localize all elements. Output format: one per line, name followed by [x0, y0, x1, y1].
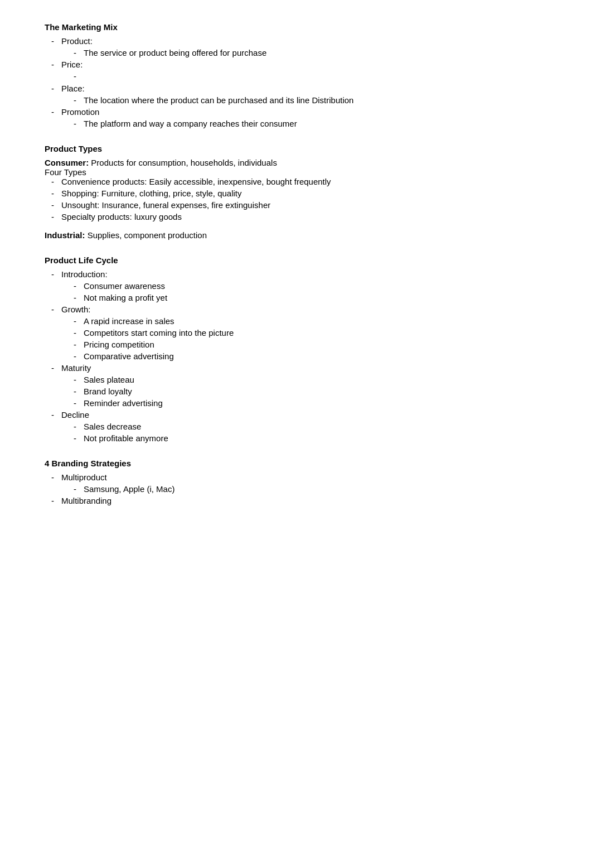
list-item: Comparative advertising: [84, 351, 547, 361]
list-item-growth: Growth: A rapid increase in sales Compet…: [61, 305, 547, 361]
consumer-types-list: Convenience products: Easily accessible,…: [45, 177, 547, 221]
list-item: Unsought: Insurance, funeral expenses, f…: [61, 200, 547, 210]
item-label: Price:: [61, 60, 83, 69]
item-text: Consumer awareness: [84, 281, 165, 291]
sub-list: [61, 71, 547, 81]
item-text: Reminder advertising: [84, 398, 163, 408]
product-life-cycle-title: Product Life Cycle: [45, 255, 547, 265]
item-text: Competitors start coming into the pictur…: [84, 328, 234, 337]
sub-list: The location where the product can be pu…: [61, 95, 547, 105]
list-item: The platform and way a company reaches t…: [84, 119, 547, 128]
list-item: The location where the product can be pu…: [84, 95, 547, 105]
item-label: Place:: [61, 84, 85, 93]
sub-list: A rapid increase in sales Competitors st…: [61, 316, 547, 361]
list-item: Place: The location where the product ca…: [61, 84, 547, 105]
item-text: The location where the product can be pu…: [84, 95, 353, 105]
product-types-title: Product Types: [45, 144, 547, 153]
sub-list: Consumer awareness Not making a profit y…: [61, 281, 547, 302]
item-text: Sales decrease: [84, 422, 141, 431]
consumer-desc: Products for consumption, households, in…: [89, 158, 277, 167]
industrial-label: Industrial:: [45, 230, 85, 240]
branding-list: Multiproduct Samsung, Apple (i, Mac) Mul…: [45, 472, 547, 505]
list-item: Samsung, Apple (i, Mac): [84, 484, 547, 494]
item-text: Not making a profit yet: [84, 293, 167, 302]
sub-list: Samsung, Apple (i, Mac): [61, 484, 547, 494]
list-item: [84, 71, 547, 81]
list-item: Brand loyalty: [84, 387, 547, 396]
list-item-introduction: Introduction: Consumer awareness Not mak…: [61, 269, 547, 302]
list-item: The service or product being offered for…: [84, 48, 547, 57]
branding-strategies-title: 4 Branding Strategies: [45, 459, 547, 468]
list-item: Not making a profit yet: [84, 293, 547, 302]
sub-list: The platform and way a company reaches t…: [61, 119, 547, 128]
list-item: Reminder advertising: [84, 398, 547, 408]
stage-label: Maturity: [61, 363, 91, 373]
marketing-mix-list: Product: The service or product being of…: [45, 36, 547, 128]
list-item-multiproduct: Multiproduct Samsung, Apple (i, Mac): [61, 472, 547, 494]
stage-label: Growth:: [61, 305, 91, 314]
product-life-cycle-section: Product Life Cycle Introduction: Consume…: [45, 255, 547, 443]
item-text: Unsought: Insurance, funeral expenses, f…: [61, 200, 270, 210]
list-item: Product: The service or product being of…: [61, 36, 547, 57]
item-text: Specialty products: luxury goods: [61, 212, 182, 221]
item-text: Shopping: Furniture, clothing, price, st…: [61, 189, 242, 198]
list-item-multibranding: Multibranding: [61, 496, 547, 505]
stage-label: Introduction:: [61, 269, 108, 279]
item-text: Comparative advertising: [84, 351, 174, 361]
list-item-maturity: Maturity Sales plateau Brand loyalty Rem…: [61, 363, 547, 408]
list-item: Price:: [61, 60, 547, 81]
sub-list: The service or product being offered for…: [61, 48, 547, 57]
item-text: The service or product being offered for…: [84, 48, 266, 57]
marketing-mix-title: The Marketing Mix: [45, 22, 547, 32]
item-text: A rapid increase in sales: [84, 316, 174, 326]
four-types-label: Four Types: [45, 167, 547, 177]
item-text: Convenience products: Easily accessible,…: [61, 177, 331, 186]
list-item: Specialty products: luxury goods: [61, 212, 547, 221]
item-label: Promotion: [61, 107, 99, 117]
item-text: Sales plateau: [84, 375, 134, 384]
item-text: Pricing competition: [84, 340, 154, 349]
list-item-decline: Decline Sales decrease Not profitable an…: [61, 410, 547, 443]
list-item: Not profitable anymore: [84, 433, 547, 443]
list-item: Pricing competition: [84, 340, 547, 349]
sub-list: Sales plateau Brand loyalty Reminder adv…: [61, 375, 547, 408]
list-item: Sales plateau: [84, 375, 547, 384]
sub-list: Sales decrease Not profitable anymore: [61, 422, 547, 443]
stage-label: Decline: [61, 410, 89, 419]
item-label: Multiproduct: [61, 472, 107, 482]
item-label: Product:: [61, 36, 93, 46]
list-item: Sales decrease: [84, 422, 547, 431]
product-types-section: Product Types Consumer: Products for con…: [45, 144, 547, 240]
branding-strategies-section: 4 Branding Strategies Multiproduct Samsu…: [45, 459, 547, 505]
list-item: Convenience products: Easily accessible,…: [61, 177, 547, 186]
list-item: A rapid increase in sales: [84, 316, 547, 326]
item-text: The platform and way a company reaches t…: [84, 119, 297, 128]
marketing-mix-section: The Marketing Mix Product: The service o…: [45, 22, 547, 128]
life-cycle-list: Introduction: Consumer awareness Not mak…: [45, 269, 547, 443]
consumer-label: Consumer:: [45, 158, 89, 167]
list-item: Competitors start coming into the pictur…: [84, 328, 547, 337]
item-text: Samsung, Apple (i, Mac): [84, 484, 174, 494]
industrial-description: Industrial: Supplies, component producti…: [45, 230, 547, 240]
item-label: Multibranding: [61, 496, 111, 505]
item-text: Not profitable anymore: [84, 433, 168, 443]
list-item: Shopping: Furniture, clothing, price, st…: [61, 189, 547, 198]
industrial-desc: Supplies, component production: [85, 230, 207, 240]
item-text: Brand loyalty: [84, 387, 132, 396]
list-item: Consumer awareness: [84, 281, 547, 291]
list-item: Promotion The platform and way a company…: [61, 107, 547, 128]
consumer-description: Consumer: Products for consumption, hous…: [45, 158, 547, 167]
